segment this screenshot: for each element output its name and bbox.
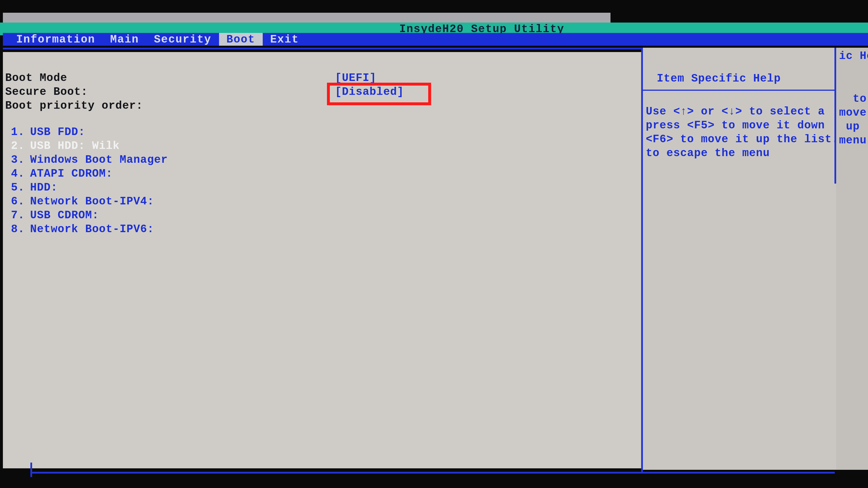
boot-item-3[interactable]: 3. Windows Boot Manager — [11, 153, 168, 166]
row-boot-priority: Boot priority order: — [5, 99, 335, 112]
boot-item-2[interactable]: 2. USB HDD: Wilk — [11, 139, 168, 153]
boot-item-text: USB HDD: Wilk — [30, 140, 120, 152]
boot-item-num: 5. — [11, 181, 30, 194]
help-title: Item Specific Help — [657, 72, 781, 85]
boot-item-text: Windows Boot Manager — [30, 154, 168, 166]
main-panel — [3, 52, 642, 468]
secure-boot-label: Secure Boot: — [5, 86, 335, 98]
boot-item-8[interactable]: 8. Network Boot-IPV6: — [11, 222, 168, 236]
boot-item-1[interactable]: 1. USB FDD: — [11, 125, 168, 139]
boot-item-num: 7. — [11, 209, 30, 222]
panel-border — [30, 462, 32, 477]
boot-item-text: Network Boot-IPV6: — [30, 223, 154, 235]
tab-main[interactable]: Main — [103, 33, 146, 46]
tab-security[interactable]: Security — [146, 33, 219, 46]
boot-order-list: 1. USB FDD: 2. USB HDD: Wilk 3. Windows … — [11, 125, 168, 236]
ghost-text: ic He — [839, 49, 868, 63]
top-strip — [3, 13, 611, 23]
boot-item-num: 8. — [11, 223, 30, 235]
boot-item-num: 1. — [11, 126, 30, 138]
bios-screen: InsydeH20 Setup Utility Information Main… — [0, 0, 868, 488]
boot-item-text: ATAPI CDROM: — [30, 167, 113, 180]
ghost-text: move — [839, 106, 867, 120]
boot-item-num: 6. — [11, 195, 30, 207]
boot-priority-label: Boot priority order: — [5, 99, 335, 112]
boot-item-text: HDD: — [30, 181, 58, 194]
tab-information[interactable]: Information — [9, 33, 103, 46]
boot-mode-label: Boot Mode — [5, 72, 335, 84]
boot-item-text: Network Boot-IPV4: — [30, 195, 154, 207]
tab-label: Main — [110, 33, 139, 46]
row-boot-mode[interactable]: Boot Mode [UEFI] — [5, 72, 376, 84]
tab-label: Security — [154, 33, 211, 46]
annotation-highlight-box — [327, 83, 431, 105]
ghost-text: menu — [839, 134, 867, 148]
tab-exit[interactable]: Exit — [263, 33, 306, 46]
tab-label: Exit — [270, 33, 299, 46]
boot-item-5[interactable]: 5. HDD: — [11, 181, 168, 194]
boot-item-num: 3. — [11, 154, 30, 166]
boot-item-4[interactable]: 4. ATAPI CDROM: — [11, 166, 168, 181]
boot-item-text: USB FDD: — [30, 126, 85, 138]
menu-bar: Information Main Security Boot Exit — [3, 33, 868, 46]
help-body: Use <↑> or <↓> to select a press <F5> to… — [646, 105, 837, 160]
tab-boot[interactable]: Boot — [219, 33, 263, 46]
ghost-text: to s — [839, 92, 868, 106]
boot-item-num: 4. — [11, 167, 30, 180]
boot-item-6[interactable]: 6. Network Boot-IPV4: — [11, 194, 168, 208]
boot-item-text: USB CDROM: — [30, 209, 99, 222]
boot-mode-value: [UEFI] — [335, 72, 376, 84]
ghost-border — [834, 48, 836, 184]
help-divider — [643, 90, 863, 91]
tab-label: Boot — [226, 33, 255, 46]
boot-item-7[interactable]: 7. USB CDROM: — [11, 208, 168, 222]
panel-border — [30, 472, 835, 474]
ghost-text: up — [839, 120, 860, 134]
tab-label: Information — [16, 33, 95, 46]
boot-item-num: 2. — [11, 140, 30, 152]
